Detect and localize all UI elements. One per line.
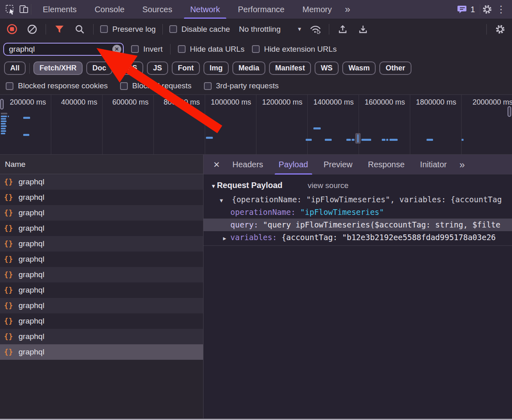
search-network-button[interactable] bbox=[73, 22, 87, 36]
detail-tab-payload[interactable]: Payload bbox=[272, 155, 315, 175]
request-row[interactable]: {} graphql bbox=[0, 205, 203, 221]
chip-img[interactable]: Img bbox=[203, 61, 229, 75]
name-column-header[interactable]: Name bbox=[0, 155, 203, 174]
chip-fetch-xhr[interactable]: Fetch/XHR bbox=[33, 61, 83, 75]
invert-checkbox[interactable] bbox=[131, 45, 139, 53]
expander-closed-icon[interactable]: ▶ bbox=[223, 232, 230, 244]
more-tabs-chevron[interactable]: » bbox=[341, 4, 354, 15]
tab-network[interactable]: Network bbox=[184, 0, 226, 19]
request-row[interactable]: {} graphql bbox=[0, 221, 203, 236]
gear-icon bbox=[482, 4, 492, 15]
invert-label: Invert bbox=[143, 45, 163, 54]
timeline-tick: 1200000 ms bbox=[256, 95, 308, 154]
blocked-cookies-checkbox[interactable] bbox=[6, 82, 13, 90]
network-settings-button[interactable] bbox=[493, 22, 507, 36]
request-name: graphql bbox=[18, 239, 44, 248]
request-row[interactable]: {} graphql bbox=[0, 190, 203, 205]
view-source-link[interactable]: view source bbox=[308, 181, 348, 190]
request-payload-section[interactable]: ▼ Request Payload view source bbox=[203, 175, 512, 193]
record-network-log-button[interactable] bbox=[5, 22, 19, 36]
chip-doc[interactable]: Doc bbox=[86, 61, 112, 75]
detail-tab-headers[interactable]: Headers bbox=[226, 155, 270, 175]
device-toolbar-icon bbox=[19, 4, 29, 15]
timeline-activity-bar bbox=[382, 139, 385, 141]
detail-tab-initiator[interactable]: Initiator bbox=[414, 155, 453, 175]
timeline-scroll-handle-right[interactable] bbox=[508, 106, 511, 117]
inspect-element-button[interactable] bbox=[3, 2, 17, 16]
throttling-select[interactable]: No throttling ▼ bbox=[239, 25, 302, 34]
blocked-requests-checkbox[interactable] bbox=[120, 82, 128, 90]
import-har-button[interactable] bbox=[336, 22, 350, 36]
request-row-selected[interactable]: {} graphql bbox=[0, 344, 203, 360]
tab-console[interactable]: Console bbox=[88, 0, 130, 19]
hide-extension-urls-group: Hide extension URLs bbox=[252, 45, 337, 54]
timeline-tick: 1400000 ms bbox=[308, 95, 359, 154]
wifi-gear-icon bbox=[309, 24, 322, 35]
request-row[interactable]: {} graphql bbox=[0, 267, 203, 282]
tab-memory[interactable]: Memory bbox=[296, 0, 338, 19]
payload-query-line-selected[interactable]: query: "query ipFlowTimeseries($accountT… bbox=[203, 219, 512, 231]
timeline-activity-bar bbox=[352, 139, 354, 141]
tab-sources[interactable]: Sources bbox=[136, 0, 178, 19]
network-conditions-button[interactable] bbox=[309, 22, 322, 36]
filter-toggle-button[interactable] bbox=[53, 22, 66, 36]
tab-performance[interactable]: Performance bbox=[232, 0, 291, 19]
request-row[interactable]: {} graphql bbox=[0, 313, 203, 329]
chip-divider bbox=[29, 63, 30, 74]
chip-all[interactable]: All bbox=[4, 61, 26, 75]
hide-data-urls-checkbox[interactable] bbox=[178, 45, 186, 53]
payload-root-line[interactable]: ▼ {operationName: "ipFlowTimeseries", va… bbox=[203, 193, 512, 206]
close-detail-button[interactable]: × bbox=[208, 155, 225, 175]
payload-variables-line[interactable]: ▶variables: {accountTag: "b12e3b2192ee55… bbox=[203, 231, 512, 244]
preserve-log-label: Preserve log bbox=[112, 25, 156, 34]
devtools-settings-button[interactable] bbox=[480, 2, 494, 16]
kebab-menu-button[interactable]: ⋮ bbox=[494, 2, 508, 16]
tab-elements[interactable]: Elements bbox=[37, 0, 83, 19]
timeline-grid: 200000 ms 400000 ms 600000 ms 800000 ms … bbox=[0, 95, 512, 154]
expander-open-icon[interactable]: ▼ bbox=[220, 194, 227, 206]
request-rows: {} graphql {} graphql {} graphql {} grap… bbox=[0, 174, 203, 360]
timeline-activity-bar bbox=[306, 139, 312, 141]
chip-font[interactable]: Font bbox=[172, 61, 200, 75]
section-expander-icon: ▼ bbox=[211, 183, 216, 189]
json-request-icon: {} bbox=[4, 224, 13, 232]
dropdown-arrow-icon: ▼ bbox=[297, 26, 302, 32]
clear-icon bbox=[27, 24, 37, 35]
request-row[interactable]: {} graphql bbox=[0, 282, 203, 298]
json-request-icon: {} bbox=[4, 193, 13, 201]
issues-messages-button[interactable]: 1 bbox=[452, 5, 480, 14]
chip-manifest[interactable]: Manifest bbox=[269, 61, 311, 75]
request-row[interactable]: {} graphql bbox=[0, 236, 203, 252]
request-row[interactable]: {} graphql bbox=[0, 329, 203, 344]
third-party-checkbox[interactable] bbox=[204, 82, 212, 90]
payload-root-preview: {operationName: "ipFlowTimeseries", vari… bbox=[232, 195, 501, 204]
detail-tab-preview[interactable]: Preview bbox=[317, 155, 359, 175]
device-toolbar-button[interactable] bbox=[17, 2, 31, 16]
chip-css[interactable]: CSS bbox=[116, 61, 143, 75]
more-detail-tabs-chevron[interactable]: » bbox=[455, 159, 470, 171]
network-overview-timeline[interactable]: 200000 ms 400000 ms 600000 ms 800000 ms … bbox=[0, 94, 512, 155]
export-har-button[interactable] bbox=[356, 22, 370, 36]
timeline-activity-bar bbox=[1, 120, 7, 122]
hide-extension-urls-label: Hide extension URLs bbox=[264, 45, 337, 54]
disable-cache-checkbox[interactable] bbox=[169, 25, 177, 33]
request-row[interactable]: {} graphql bbox=[0, 252, 203, 267]
chip-js[interactable]: JS bbox=[147, 61, 168, 75]
request-row[interactable]: {} graphql bbox=[0, 298, 203, 313]
clear-filter-button[interactable]: × bbox=[112, 45, 121, 54]
chip-ws[interactable]: WS bbox=[315, 61, 339, 75]
chip-other[interactable]: Other bbox=[379, 61, 411, 75]
chip-wasm[interactable]: Wasm bbox=[342, 61, 376, 75]
clear-network-log-button[interactable] bbox=[25, 22, 39, 36]
chip-media[interactable]: Media bbox=[232, 61, 265, 75]
timeline-scroll-handle-left[interactable] bbox=[0, 99, 4, 109]
hide-extension-urls-checkbox[interactable] bbox=[252, 45, 260, 53]
json-request-icon: {} bbox=[4, 209, 13, 217]
request-row[interactable]: {} graphql bbox=[0, 174, 203, 190]
payload-operation-line[interactable]: operationName: "ipFlowTimeseries" bbox=[203, 206, 512, 219]
filter-input[interactable] bbox=[3, 43, 124, 56]
json-request-icon: {} bbox=[4, 317, 13, 325]
detail-tab-response[interactable]: Response bbox=[361, 155, 411, 175]
preserve-log-checkbox[interactable] bbox=[100, 25, 108, 33]
funnel-icon bbox=[54, 24, 65, 35]
